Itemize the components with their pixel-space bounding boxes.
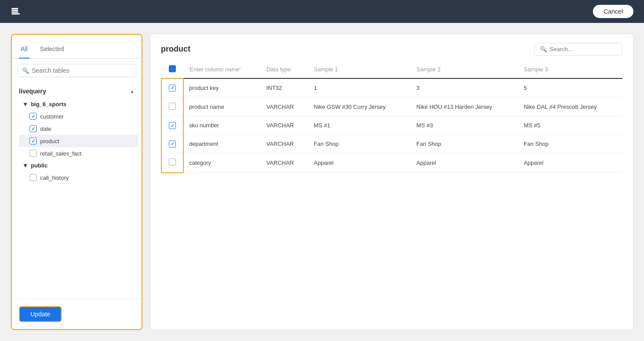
cell-sample3-3: MS #5 xyxy=(518,116,622,135)
cell-data-type-5: VARCHAR xyxy=(261,153,309,173)
cell-data-type-4: VARCHAR xyxy=(261,135,309,153)
cancel-button[interactable]: Cancel xyxy=(593,5,633,18)
cell-sample1-2: Nike GSW #30 Curry Jersey xyxy=(309,97,411,116)
schema-name-public: public xyxy=(31,162,48,169)
left-panel-inner: All Selected 🔍 livequery ▲ xyxy=(11,34,142,330)
cell-sample2-5: Apparel xyxy=(411,153,519,173)
table-row: product key INT32 1 3 5 xyxy=(161,78,622,97)
row-checkbox-cell-2[interactable] xyxy=(161,97,183,116)
table-label-call-history: call_history xyxy=(40,174,69,181)
checkbox-customer[interactable] xyxy=(30,113,37,120)
left-panel: All Selected 🔍 livequery ▲ xyxy=(11,33,143,330)
header-sample2: Sample 2 xyxy=(411,61,519,78)
right-panel: product 🔍 'Enter column name' Data type … xyxy=(150,33,633,330)
cell-data-type-1: INT32 xyxy=(261,78,309,97)
table-row: department VARCHAR Fan Shop Fan Shop Fan… xyxy=(161,135,622,153)
bottom-bar: Update xyxy=(12,299,141,329)
row-checkbox-cell-5[interactable] xyxy=(161,153,183,173)
cell-sample3-4: Fan Shop xyxy=(518,135,622,153)
row-checkbox-1[interactable] xyxy=(169,85,176,92)
header-sample1: Sample 1 xyxy=(309,61,411,78)
table-label-date: date xyxy=(40,126,51,132)
cell-col-name-4: department xyxy=(183,135,261,153)
top-navigation: ≣. Cancel xyxy=(0,0,644,23)
cell-col-name-3: sku number xyxy=(183,116,261,135)
checkbox-date[interactable] xyxy=(30,125,37,132)
cell-sample2-4: Fan Shop xyxy=(411,135,519,153)
header-sample3: Sample 3 xyxy=(518,61,622,78)
table-item-retail-sales[interactable]: retail_sales_fact xyxy=(19,147,138,159)
col-search-icon: 🔍 xyxy=(540,46,547,52)
checkbox-retail-sales[interactable] xyxy=(30,150,37,157)
column-search-input[interactable] xyxy=(550,46,617,52)
schema-name-big6: big_6_sports xyxy=(31,101,67,107)
cell-data-type-3: VARCHAR xyxy=(261,116,309,135)
checkbox-product[interactable] xyxy=(30,137,37,145)
data-table-wrap: 'Enter column name' Data type Sample 1 S… xyxy=(150,61,633,330)
cell-sample1-4: Fan Shop xyxy=(309,135,411,153)
table-item-call-history[interactable]: call_history xyxy=(19,171,138,184)
table-item-product[interactable]: product xyxy=(19,135,138,147)
schema-chevron-public: ▼ xyxy=(22,162,28,169)
schema-big-6-sports: ▼ big_6_sports customer date xyxy=(15,98,138,159)
search-tables-input[interactable] xyxy=(32,67,131,74)
header-checkbox-col[interactable] xyxy=(161,61,183,78)
header-col-name: 'Enter column name' xyxy=(183,61,261,78)
cell-sample2-1: 3 xyxy=(411,78,519,97)
cell-sample3-5: Apparel xyxy=(518,153,622,173)
cell-col-name-5: category xyxy=(183,153,261,173)
logo: ≣. xyxy=(11,6,19,17)
cell-sample3-1: 5 xyxy=(518,78,622,97)
table-search-box: 🔍 xyxy=(12,59,141,81)
cell-col-name-2: product name xyxy=(183,97,261,116)
column-search-wrap: 🔍 xyxy=(534,43,622,56)
right-panel-header: product 🔍 xyxy=(150,34,633,61)
table-item-date[interactable]: date xyxy=(19,122,138,135)
main-content: All Selected 🔍 livequery ▲ xyxy=(0,23,644,341)
row-checkbox-cell-4[interactable] xyxy=(161,135,183,153)
schema-public: ▼ public call_history xyxy=(15,159,138,184)
table-label-retail-sales: retail_sales_fact xyxy=(40,150,82,157)
cell-sample1-1: 1 xyxy=(309,78,411,97)
update-button[interactable]: Update xyxy=(19,306,62,322)
tree-root: livequery ▲ ▼ big_6_sports customer xyxy=(15,84,138,184)
schema-header-public[interactable]: ▼ public xyxy=(19,159,138,171)
tabs-bar: All Selected xyxy=(12,35,141,59)
search-icon: 🔍 xyxy=(22,67,29,74)
header-data-type: Data type xyxy=(261,61,309,78)
table-label-customer: customer xyxy=(40,113,63,120)
cell-sample2-3: MS #3 xyxy=(411,116,519,135)
cell-col-name-1: product key xyxy=(183,78,261,97)
row-checkbox-5[interactable] xyxy=(169,159,176,166)
table-title: product xyxy=(161,44,190,54)
select-all-checkbox[interactable] xyxy=(169,65,176,72)
row-checkbox-4[interactable] xyxy=(169,141,176,148)
table-label-product: product xyxy=(40,138,59,145)
table-tree: livequery ▲ ▼ big_6_sports customer xyxy=(12,81,141,299)
row-checkbox-cell-1[interactable] xyxy=(161,78,183,97)
tab-all[interactable]: All xyxy=(19,42,30,59)
cell-sample1-5: Apparel xyxy=(309,153,411,173)
table-row: sku number VARCHAR MS #1 MS #3 MS #5 xyxy=(161,116,622,135)
schema-header-big-6-sports[interactable]: ▼ big_6_sports xyxy=(19,98,138,110)
schema-chevron-big6: ▼ xyxy=(22,101,28,107)
row-checkbox-3[interactable] xyxy=(169,122,176,129)
checkbox-call-history[interactable] xyxy=(30,174,37,181)
logo-icon: ≣. xyxy=(11,6,19,17)
table-search-wrap: 🔍 xyxy=(17,64,136,77)
cell-data-type-2: VARCHAR xyxy=(261,97,309,116)
table-row: product name VARCHAR Nike GSW #30 Curry … xyxy=(161,97,622,116)
row-checkbox-2[interactable] xyxy=(169,103,176,110)
cell-sample2-2: Nike HOU #13 Harden Jersey xyxy=(411,97,519,116)
row-checkbox-cell-3[interactable] xyxy=(161,116,183,135)
cell-sample3-2: Nike DAL #4 Prescott Jersey xyxy=(518,97,622,116)
tab-selected[interactable]: Selected xyxy=(38,42,66,59)
table-item-customer[interactable]: customer xyxy=(19,110,138,122)
tree-group-livequery[interactable]: livequery ▲ xyxy=(15,84,138,98)
chevron-up-icon: ▲ xyxy=(130,89,134,94)
group-name-livequery: livequery xyxy=(19,88,46,95)
columns-table: 'Enter column name' Data type Sample 1 S… xyxy=(161,61,622,173)
table-row: category VARCHAR Apparel Apparel Apparel xyxy=(161,153,622,173)
cell-sample1-3: MS #1 xyxy=(309,116,411,135)
